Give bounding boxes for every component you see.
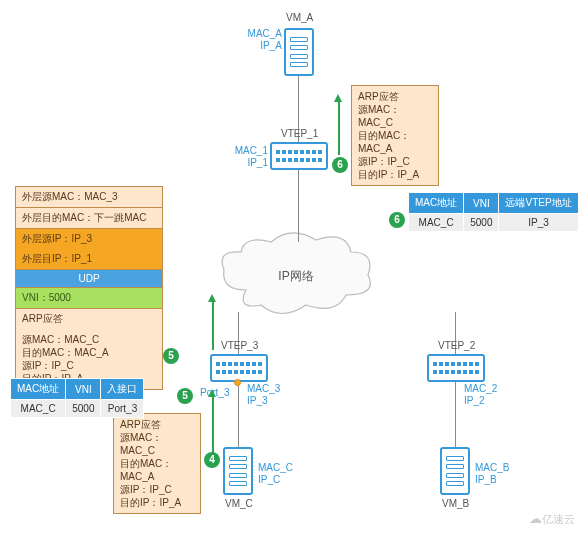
encaps-packet-box: 外层源MAC：MAC_3 外层目的MAC：下一跳MAC 外层源IP：IP_3 外…: [15, 186, 163, 390]
arrow-5-to-cloud: [212, 300, 214, 350]
arp4-title: ARP应答: [120, 418, 194, 431]
vtep2-name: VTEP_2: [438, 340, 475, 351]
t5-c1: MAC_C: [11, 400, 66, 418]
vtep1-mac: MAC_1: [235, 145, 268, 156]
step-6b-badge: 6: [389, 212, 405, 228]
arp-reply-box-vmc: ARP应答 源MAC：MAC_C 目的MAC：MAC_A 源IP：IP_C 目的…: [113, 413, 201, 514]
arp4-dip: 目的IP：IP_A: [120, 496, 194, 509]
vtep1-name: VTEP_1: [281, 128, 318, 139]
vtep3-switch-icon: [210, 354, 268, 382]
vm-b-label: VM_B: [442, 498, 469, 509]
mac-table-vtep1: MAC地址 VNI 远端VTEP地址 MAC_C 5000 IP_3: [408, 192, 579, 232]
line-vtep3-vmc: [238, 382, 239, 447]
vm-b-ip: IP_B: [475, 474, 497, 485]
t5-h1: MAC地址: [11, 379, 66, 400]
t5-h3: 入接口: [101, 379, 144, 400]
vtep3-name: VTEP_3: [221, 340, 258, 351]
arp4-smac: 源MAC：MAC_C: [120, 431, 194, 457]
vtep3-ip: IP_3: [247, 395, 268, 406]
t6-c1: MAC_C: [409, 214, 464, 232]
t6-h2: VNI: [464, 193, 499, 214]
t6-h3: 远端VTEP地址: [499, 193, 578, 214]
t6-c2: 5000: [464, 214, 499, 232]
pkt-l2-dst: 外层目的MAC：下一跳MAC: [16, 208, 162, 229]
vtep1-switch-icon: [270, 142, 328, 170]
vm-a-label: VM_A: [286, 12, 313, 23]
ip-network-cloud: IP网络: [216, 230, 376, 325]
vm-b-mac: MAC_B: [475, 462, 509, 473]
pkt-vni: VNI：5000: [16, 288, 162, 309]
arrow-cloud-to-6: [338, 100, 340, 155]
mac-table-vtep3: MAC地址 VNI 入接口 MAC_C 5000 Port_3: [10, 378, 144, 418]
arp6-dip: 目的IP：IP_A: [358, 168, 432, 181]
pkt-arp-title: ARP应答: [16, 309, 162, 329]
arp6-title: ARP应答: [358, 90, 432, 103]
vm-a-mac: MAC_A: [248, 28, 282, 39]
vtep2-ip: IP_2: [464, 395, 485, 406]
vm-c-ip: IP_C: [258, 474, 280, 485]
step-5b-badge: 5: [177, 388, 193, 404]
step-6a-badge: 6: [332, 157, 348, 173]
pkt-arp-dmac: 目的MAC：MAC_A: [22, 346, 156, 359]
vtep2-mac: MAC_2: [464, 383, 497, 394]
vm-c-mac: MAC_C: [258, 462, 293, 473]
arp6-dmac: 目的MAC：MAC_A: [358, 129, 432, 155]
t5-c2: 5000: [66, 400, 101, 418]
vm-a-ip: IP_A: [260, 40, 282, 51]
arp6-smac: 源MAC：MAC_C: [358, 103, 432, 129]
vm-a-server-icon: [284, 28, 314, 76]
vtep3-mac-ip: MAC_3 IP_3: [247, 383, 280, 407]
vm-a-mac-ip: MAC_A IP_A: [244, 28, 282, 52]
step-4-badge: 4: [204, 452, 220, 468]
vtep1-ip: IP_1: [247, 157, 268, 168]
arp4-sip: 源IP：IP_C: [120, 483, 194, 496]
arp-reply-box-vtep1: ARP应答 源MAC：MAC_C 目的MAC：MAC_A 源IP：IP_C 目的…: [351, 85, 439, 186]
watermark-text: 亿速云: [542, 513, 575, 525]
pkt-l3-dst: 外层目IP：IP_1: [16, 249, 162, 270]
arrow-4-to-5-head: [208, 389, 216, 397]
vm-c-mac-ip: MAC_C IP_C: [258, 462, 293, 486]
arrow-cloud-to-6-head: [334, 94, 342, 102]
vtep3-mac: MAC_3: [247, 383, 280, 394]
vm-c-server-icon: [223, 447, 253, 495]
vtep1-mac-ip: MAC_1 IP_1: [234, 145, 268, 169]
line-vtep2-vmb: [455, 382, 456, 447]
pkt-arp-smac: 源MAC：MAC_C: [22, 333, 156, 346]
arrow-5-to-cloud-head: [208, 294, 216, 302]
t6-c3: IP_3: [499, 214, 578, 232]
pkt-l3-src: 外层源IP：IP_3: [16, 229, 162, 249]
pkt-udp: UDP: [16, 270, 162, 288]
cloud-label: IP网络: [216, 268, 376, 285]
vm-c-label: VM_C: [225, 498, 253, 509]
vtep3-port3-marker: [234, 379, 241, 386]
vm-b-mac-ip: MAC_B IP_B: [475, 462, 509, 486]
t6-h1: MAC地址: [409, 193, 464, 214]
watermark-logo: ☁亿速云: [529, 511, 575, 527]
arp4-dmac: 目的MAC：MAC_A: [120, 457, 194, 483]
line-vtep1-cloud: [298, 170, 299, 242]
arp6-sip: 源IP：IP_C: [358, 155, 432, 168]
vm-b-server-icon: [440, 447, 470, 495]
t5-c3: Port_3: [101, 400, 144, 418]
pkt-l2-src: 外层源MAC：MAC_3: [16, 187, 162, 208]
arrow-4-to-5: [212, 395, 214, 455]
step-5a-badge: 5: [163, 348, 179, 364]
pkt-arp-sip: 源IP：IP_C: [22, 359, 156, 372]
vtep2-switch-icon: [427, 354, 485, 382]
t5-h2: VNI: [66, 379, 101, 400]
vtep2-mac-ip: MAC_2 IP_2: [464, 383, 497, 407]
